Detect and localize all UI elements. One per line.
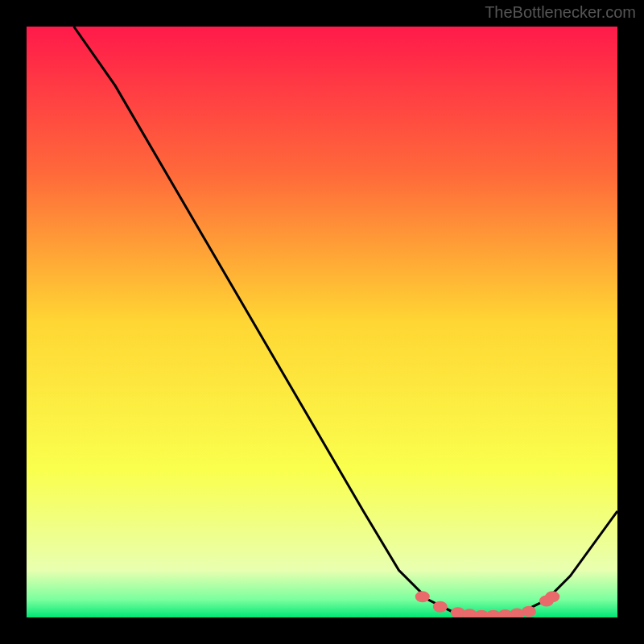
watermark-text: TheBottlenecker.com [485,3,636,22]
bottleneck-curve [74,27,617,616]
data-dot [415,591,430,602]
data-dot [522,606,536,617]
curve-layer [27,27,617,617]
chart-plot-area [27,27,617,617]
data-dot [545,591,559,602]
data-dot [433,601,448,613]
